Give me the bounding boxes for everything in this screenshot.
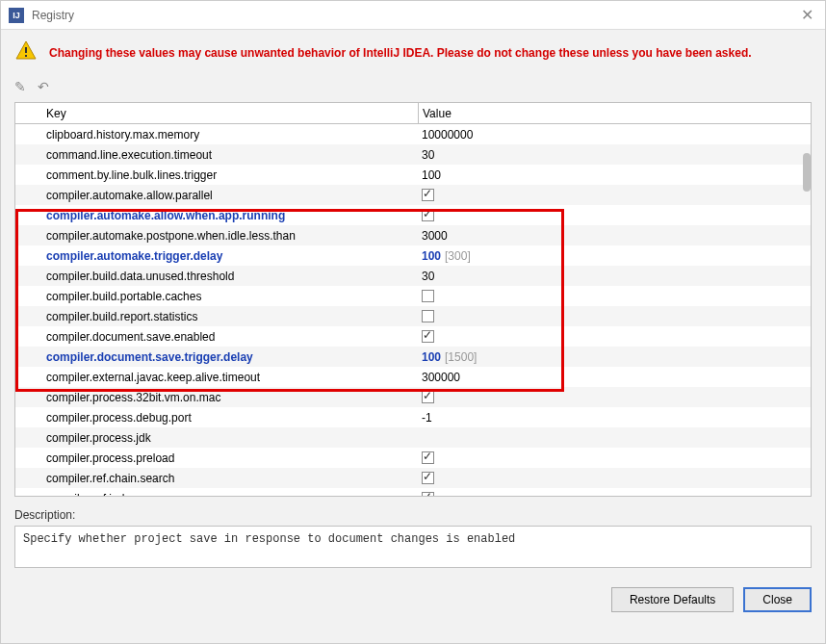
table-row[interactable]: compiler.process.debug.port-1 [15,407,811,427]
table-row[interactable]: command.line.execution.timeout30 [15,144,811,165]
col-key-header[interactable]: Key [42,107,418,120]
value-cell[interactable] [418,387,811,407]
svg-rect-1 [25,55,27,57]
button-bar: Restore Defaults Close [1,568,825,626]
warning-text: Changing these values may cause unwanted… [49,46,752,60]
key-cell: compiler.process.jdk [42,431,418,445]
table-row[interactable]: compiler.automake.allow.when.app.running [15,205,811,225]
key-cell: compiler.automake.trigger.delay [42,249,418,263]
value-cell[interactable]: 100[300] [418,245,811,266]
table-row[interactable]: clipboard.history.max.memory10000000 [15,124,811,144]
key-cell: compiler.automake.allow.parallel [42,189,418,202]
checkbox[interactable] [422,492,434,497]
col-value-header[interactable]: Value [418,103,811,123]
key-cell: compiler.automake.allow.when.app.running [42,209,418,222]
key-cell: compiler.external.javac.keep.alive.timeo… [42,371,418,384]
value-cell[interactable]: 3000 [418,225,811,245]
value-cell[interactable] [418,468,811,488]
warning-bar: Changing these values may cause unwanted… [1,30,825,75]
window-title: Registry [32,9,797,22]
table-row[interactable]: compiler.automake.allow.parallel [15,185,811,205]
registry-dialog: IJ Registry ✕ Changing these values may … [0,0,826,644]
table-row[interactable]: compiler.process.32bit.vm.on.mac [15,387,811,407]
checkbox[interactable] [422,290,434,302]
checkbox[interactable] [422,310,434,322]
registry-table: Key Value clipboard.history.max.memory10… [14,102,812,497]
table-row[interactable]: compiler.build.portable.caches [15,286,811,306]
value-cell[interactable] [418,488,811,497]
key-cell: compiler.process.preload [42,451,418,465]
restore-defaults-button[interactable]: Restore Defaults [611,587,734,612]
table-row[interactable]: compiler.automake.postpone.when.idle.les… [15,225,811,245]
key-cell: compiler.document.save.trigger.delay [42,350,418,364]
key-cell: command.line.execution.timeout [42,148,418,162]
key-cell: compiler.document.save.enabled [42,330,418,344]
description-section: Description: Specify whether project sav… [14,508,812,568]
value-cell[interactable]: 100[1500] [418,347,811,367]
table-row[interactable]: compiler.ref.chain.search [15,468,811,488]
value-cell[interactable] [418,286,811,306]
table-header: Key Value [15,103,811,124]
app-icon: IJ [9,8,24,23]
key-cell: compiler.build.report.statistics [42,310,418,323]
key-cell: compiler.automake.postpone.when.idle.les… [42,229,418,243]
edit-icon[interactable]: ✎ [14,79,26,94]
value-cell[interactable] [418,205,811,225]
titlebar: IJ Registry ✕ [1,1,825,30]
key-cell: compiler.process.debug.port [42,411,418,425]
description-label: Description: [14,508,812,522]
table-row[interactable]: compiler.document.save.trigger.delay100[… [15,347,811,367]
close-button[interactable]: Close [743,587,812,612]
checkbox[interactable] [422,330,434,343]
svg-rect-0 [25,47,27,53]
warning-icon [14,39,38,65]
checkbox[interactable] [422,209,434,221]
value-cell[interactable]: 30 [418,144,811,165]
table-row[interactable]: compiler.build.report.statistics [15,306,811,326]
value-cell[interactable]: -1 [418,407,811,427]
revert-icon[interactable]: ↶ [38,79,49,94]
value-cell[interactable]: 300000 [418,367,811,387]
description-box: Specify whether project save in response… [14,526,812,568]
key-cell: compiler.build.data.unused.threshold [42,270,418,283]
key-cell: compiler.process.32bit.vm.on.mac [42,391,418,404]
key-cell: compiler.ref.index [42,492,418,498]
value-cell[interactable]: 10000000 [418,124,811,144]
table-row[interactable]: comment.by.line.bulk.lines.trigger100 [15,165,811,185]
table-row[interactable]: compiler.automake.trigger.delay100[300] [15,245,811,266]
key-cell: compiler.build.portable.caches [42,290,418,303]
table-row[interactable]: ∨compiler.ref.index [15,488,811,497]
value-cell[interactable] [418,427,811,448]
key-cell: comment.by.line.bulk.lines.trigger [42,168,418,182]
table-row[interactable]: compiler.process.preload [15,448,811,468]
value-cell[interactable] [418,185,811,205]
value-cell[interactable]: 30 [418,266,811,286]
scrollbar-thumb[interactable] [803,153,811,192]
table-row[interactable]: compiler.build.data.unused.threshold30 [15,266,811,286]
table-row[interactable]: compiler.external.javac.keep.alive.timeo… [15,367,811,387]
value-cell[interactable]: 100 [418,165,811,185]
table-row[interactable]: compiler.process.jdk [15,427,811,448]
checkbox[interactable] [422,451,434,464]
expand-cell[interactable]: ∨ [15,492,42,498]
key-cell: clipboard.history.max.memory [42,128,418,142]
close-icon[interactable]: ✕ [797,6,817,24]
toolbar: ✎ ↶ [1,75,825,102]
table-row[interactable]: compiler.document.save.enabled [15,326,811,347]
checkbox[interactable] [422,189,434,201]
value-cell[interactable] [418,448,811,468]
key-cell: compiler.ref.chain.search [42,472,418,485]
checkbox[interactable] [422,472,434,484]
table-body[interactable]: clipboard.history.max.memory10000000comm… [15,124,811,497]
value-cell[interactable] [418,326,811,347]
value-cell[interactable] [418,306,811,326]
checkbox[interactable] [422,391,434,403]
